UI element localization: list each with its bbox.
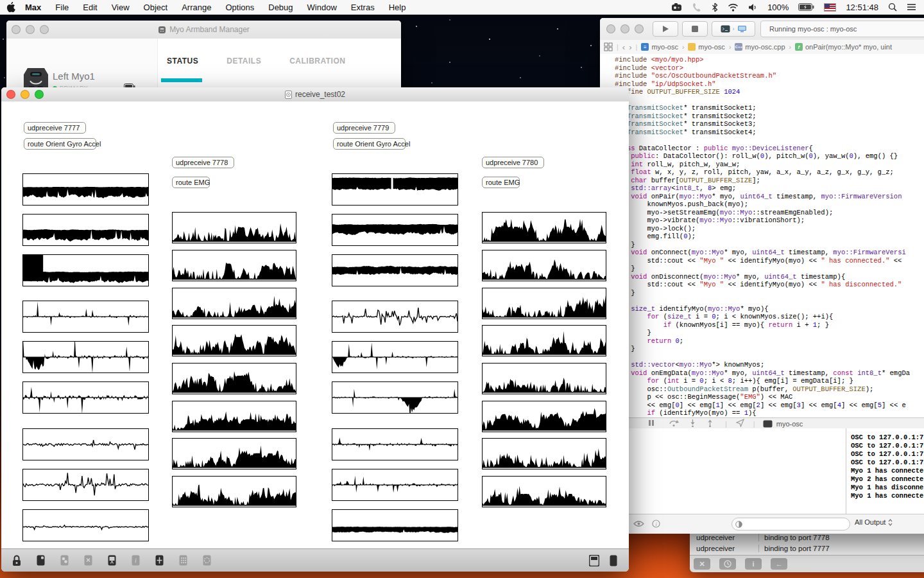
- scope-display[interactable]: [22, 509, 149, 541]
- patcher-titlebar[interactable]: receive_test02: [1, 87, 629, 102]
- patcher-canvas[interactable]: udpreceive 7777route Orient Gyro Accelud…: [1, 101, 629, 549]
- notification-center-icon[interactable]: [907, 3, 916, 11]
- scheme-selector[interactable]: ›: [712, 21, 755, 37]
- max-object-udpreceive-7779[interactable]: udpreceive 7779: [333, 122, 395, 134]
- scope-display[interactable]: [332, 428, 458, 460]
- breadcrumb-symbol[interactable]: f onPair(myo::Myo* myo, uint: [795, 43, 892, 51]
- scope-display[interactable]: [22, 381, 149, 414]
- back-reference-button[interactable]: ←: [771, 558, 787, 570]
- back-chevron-icon[interactable]: ‹: [622, 42, 625, 52]
- presentation-mode-icon[interactable]: [105, 553, 118, 568]
- menu-item-edit[interactable]: Edit: [76, 3, 104, 12]
- camera-icon[interactable]: [671, 3, 683, 12]
- scope-display[interactable]: [172, 476, 296, 507]
- scope-display[interactable]: [332, 469, 458, 501]
- scope-display[interactable]: [22, 214, 149, 246]
- menu-item-help[interactable]: Help: [382, 3, 413, 12]
- clear-console-button[interactable]: ✕: [694, 558, 710, 570]
- scope-display[interactable]: [172, 212, 296, 243]
- unlock-tools-icon[interactable]: [58, 553, 71, 568]
- menu-item-arrange[interactable]: Arrange: [175, 3, 218, 12]
- lock-icon[interactable]: [10, 553, 23, 568]
- inspector-button[interactable]: i: [745, 558, 762, 570]
- xcode-toolbar[interactable]: › Running myo-osc : myo-osc: [600, 18, 924, 40]
- scope-display[interactable]: [172, 438, 296, 469]
- tab-status[interactable]: STATUS: [167, 57, 198, 66]
- debug-process-name[interactable]: myo-osc: [776, 420, 803, 428]
- scope-display[interactable]: [482, 250, 606, 281]
- eye-icon[interactable]: [633, 520, 644, 529]
- zoom-button[interactable]: [635, 24, 644, 33]
- tab-calibration[interactable]: CALIBRATION: [289, 57, 345, 66]
- forward-chevron-icon[interactable]: ›: [629, 42, 631, 52]
- menubar-clock[interactable]: 12:51:48: [846, 3, 878, 12]
- log-row[interactable]: udpreceiverbinding to port 7777: [690, 543, 924, 554]
- scope-display[interactable]: [22, 301, 149, 333]
- console-output[interactable]: OSC to 127.0.0.1:7OSC to 127.0.0.1:7OSC …: [846, 428, 924, 514]
- menu-app-name[interactable]: Max: [18, 3, 48, 12]
- scope-display[interactable]: [482, 401, 606, 432]
- new-object-icon[interactable]: [34, 553, 47, 568]
- scope-display[interactable]: [22, 254, 149, 286]
- battery-icon[interactable]: [798, 3, 814, 11]
- volume-icon[interactable]: [748, 3, 758, 12]
- breadcrumb-folder[interactable]: myo-osc: [688, 43, 725, 51]
- max-object-route-emg[interactable]: route EMG: [172, 177, 210, 188]
- scope-display[interactable]: [22, 173, 149, 206]
- minimize-button[interactable]: [620, 24, 629, 33]
- menu-item-view[interactable]: View: [105, 3, 137, 12]
- scope-display[interactable]: [332, 341, 458, 373]
- stop-button[interactable]: [682, 21, 708, 37]
- scope-display[interactable]: [172, 363, 296, 394]
- source-editor[interactable]: #include <myo/myo.hpp>#include <vector>#…: [600, 54, 924, 419]
- scope-display[interactable]: [332, 381, 458, 414]
- scope-display[interactable]: [332, 301, 458, 333]
- scope-display[interactable]: [332, 173, 458, 206]
- menu-item-extras[interactable]: Extras: [344, 3, 382, 12]
- related-items-icon[interactable]: [604, 42, 613, 51]
- patching-tools-icon[interactable]: [153, 553, 166, 568]
- run-button[interactable]: [653, 21, 678, 37]
- location-icon[interactable]: [736, 419, 744, 428]
- history-button[interactable]: [719, 558, 736, 570]
- scope-display[interactable]: [172, 401, 296, 432]
- info-icon[interactable]: i: [652, 520, 660, 529]
- inspector-icon[interactable]: i: [129, 553, 142, 568]
- scope-display[interactable]: [22, 469, 149, 501]
- audio-settings-icon[interactable]: [200, 553, 213, 568]
- max-object-udpreceive-7780[interactable]: udpreceive 7780: [482, 157, 544, 168]
- apple-menu-icon[interactable]: [6, 2, 15, 12]
- scope-display[interactable]: [172, 250, 296, 281]
- close-button[interactable]: [606, 24, 615, 33]
- scope-display[interactable]: [482, 438, 606, 469]
- bluetooth-icon[interactable]: [712, 3, 718, 12]
- input-source-flag-icon[interactable]: [824, 3, 836, 12]
- menu-item-options[interactable]: Options: [218, 3, 261, 12]
- scope-display[interactable]: [482, 325, 606, 356]
- max-object-route-orient-gyro-accel[interactable]: route Orient Gyro Accel: [333, 138, 406, 150]
- remove-icon[interactable]: [81, 553, 94, 568]
- scope-display[interactable]: [22, 341, 149, 373]
- breadcrumb-project[interactable]: ≡ myo-osc: [641, 43, 678, 51]
- scope-display[interactable]: [332, 509, 458, 541]
- variables-view[interactable]: [600, 428, 846, 514]
- breadcrumb-file[interactable]: C++ myo-osc.cpp: [735, 43, 785, 51]
- scope-display[interactable]: [332, 214, 458, 246]
- max-object-route-orient-gyro-accel[interactable]: route Orient Gyro Accel: [24, 138, 96, 150]
- scope-display[interactable]: [22, 428, 149, 460]
- myo-titlebar[interactable]: Myo Armband Manager: [6, 21, 401, 39]
- max-object-route-emg[interactable]: route EMG: [482, 177, 520, 188]
- grid-icon[interactable]: [176, 553, 189, 568]
- step-out-icon[interactable]: [706, 419, 714, 428]
- pause-debug-icon[interactable]: [648, 419, 654, 428]
- console-filter-field[interactable]: [732, 518, 850, 530]
- spotlight-search-icon[interactable]: [888, 3, 897, 12]
- step-over-icon[interactable]: [669, 419, 679, 428]
- tab-details[interactable]: DETAILS: [227, 57, 261, 66]
- scope-display[interactable]: [172, 325, 296, 356]
- scope-display[interactable]: [482, 288, 606, 319]
- wifi-icon[interactable]: [728, 3, 739, 12]
- right-panel-toggle-icon[interactable]: [607, 553, 620, 568]
- scope-display[interactable]: [482, 476, 606, 507]
- max-object-udpreceive-7777[interactable]: udpreceive 7777: [24, 122, 86, 134]
